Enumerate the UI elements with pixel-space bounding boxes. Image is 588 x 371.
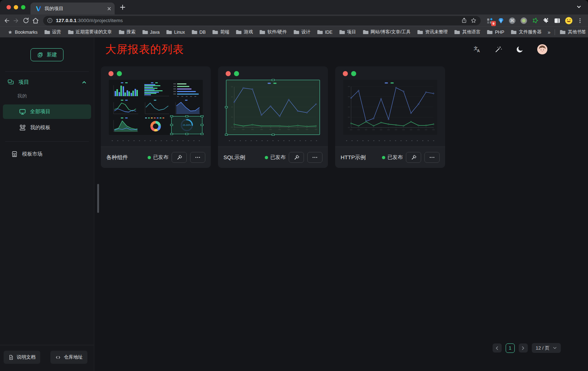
sidebar-item-all-projects[interactable]: 全部项目 bbox=[3, 104, 91, 119]
more-dots-icon bbox=[429, 154, 435, 160]
sidebar-item-my-templates[interactable]: 我的模板 bbox=[3, 120, 91, 135]
page-title: 大屏报表的列表 bbox=[105, 42, 184, 57]
bookmark-folder[interactable]: 项目 bbox=[336, 29, 359, 35]
extension-badge: 9 bbox=[491, 21, 496, 26]
selection-handle[interactable] bbox=[272, 134, 275, 136]
status-dot-icon bbox=[265, 156, 268, 159]
repository-button[interactable]: 仓库地址 bbox=[50, 351, 87, 364]
window-controls bbox=[0, 5, 30, 9]
tab-search-chevron-icon[interactable] bbox=[576, 4, 581, 9]
bookmark-folder[interactable]: 网站/博客/文章/工具 bbox=[359, 29, 414, 35]
tasks-extension-icon[interactable]: 9 bbox=[487, 17, 493, 24]
other-bookmarks-folder[interactable]: 其他书签 bbox=[556, 29, 588, 35]
bookmark-folder[interactable]: 文件服务器 bbox=[507, 29, 545, 35]
card-preview-sql-chart[interactable] bbox=[226, 80, 320, 135]
selection-handle[interactable] bbox=[185, 133, 188, 135]
page-size-select[interactable]: 12 / 页 bbox=[532, 343, 561, 353]
window-zoom-button[interactable] bbox=[21, 5, 25, 9]
selection-handle[interactable] bbox=[170, 115, 173, 117]
selection-handle[interactable] bbox=[225, 134, 228, 136]
gem-extension-icon[interactable] bbox=[498, 17, 504, 24]
mini-progress-ring-selected[interactable]: 25.00% bbox=[172, 116, 202, 134]
edit-button[interactable] bbox=[172, 152, 187, 163]
star-extension-icon[interactable] bbox=[532, 17, 539, 24]
bookmark-folder[interactable]: Java bbox=[139, 30, 163, 35]
more-button[interactable] bbox=[190, 152, 205, 163]
bookmark-folder[interactable]: 设计 bbox=[290, 29, 314, 35]
card-preview-widgets[interactable]: 25.00% bbox=[109, 80, 203, 135]
dark-mode-moon-icon[interactable] bbox=[516, 45, 524, 53]
project-card[interactable]: 25.00% 各种组件 已发布 bbox=[101, 66, 211, 168]
bookmark-folder[interactable]: PHP bbox=[484, 30, 507, 35]
hammer-icon bbox=[176, 154, 183, 161]
svg-text:A: A bbox=[477, 49, 480, 53]
selection-handle[interactable] bbox=[225, 106, 228, 108]
bookmark-folder[interactable]: 前端 bbox=[209, 29, 233, 35]
more-dots-icon bbox=[195, 154, 201, 160]
bookmark-folder[interactable]: 软件/硬件 bbox=[256, 29, 290, 35]
selection-handle[interactable] bbox=[201, 133, 203, 135]
page-info-icon[interactable] bbox=[47, 18, 53, 23]
user-avatar[interactable] bbox=[537, 44, 547, 54]
prev-page-button[interactable] bbox=[493, 343, 502, 353]
mini-line-chart bbox=[140, 99, 171, 116]
bookmark-folder[interactable]: 其他语言 bbox=[451, 29, 484, 35]
bookmark-star-icon[interactable] bbox=[470, 17, 477, 24]
next-page-button[interactable] bbox=[519, 343, 528, 353]
window-close-button[interactable] bbox=[7, 5, 11, 9]
sidebar-item-template-market[interactable]: 模板市场 bbox=[3, 147, 91, 161]
command-extension-icon[interactable]: ⌘ bbox=[509, 17, 516, 24]
address-bar[interactable]: 127.0.0.1:3000/#/project/items bbox=[43, 16, 481, 25]
card-preview-http-chart[interactable] bbox=[343, 80, 437, 135]
bookmark-folder[interactable]: Linux bbox=[163, 30, 188, 35]
share-icon[interactable] bbox=[461, 17, 467, 24]
red-dot-icon bbox=[343, 71, 348, 76]
bookmark-folder[interactable]: IDE bbox=[314, 30, 336, 35]
reload-icon[interactable] bbox=[22, 17, 29, 24]
side-panel-icon[interactable] bbox=[554, 17, 560, 24]
tab-close-icon[interactable] bbox=[107, 6, 112, 11]
profile-avatar-icon[interactable] bbox=[565, 17, 573, 25]
bookmarks-bar-right: » 其他书签 bbox=[545, 29, 588, 35]
more-button[interactable] bbox=[424, 152, 440, 163]
browser-tab[interactable]: 我的项目 bbox=[30, 3, 115, 15]
line-chart bbox=[226, 80, 320, 135]
bookmark-item-bookmarks[interactable]: Bookmarks bbox=[4, 30, 41, 35]
bookmark-folder[interactable]: 运营 bbox=[41, 29, 65, 35]
project-card[interactable]: SQL示例 已发布 bbox=[218, 66, 328, 168]
scrollbar-thumb[interactable] bbox=[97, 184, 99, 213]
header-actions: 文A bbox=[473, 44, 547, 54]
sidebar-section-project[interactable]: 项目 bbox=[0, 72, 94, 89]
bookmark-folder[interactable]: 游戏 bbox=[233, 29, 256, 35]
selection-handle[interactable] bbox=[201, 124, 203, 126]
bookmarks-overflow-chevron[interactable]: » bbox=[545, 29, 554, 35]
selection-handle[interactable] bbox=[272, 79, 275, 81]
more-dots-icon bbox=[312, 154, 318, 160]
bookmark-folder[interactable]: 搜索 bbox=[115, 29, 139, 35]
bookmark-folder[interactable]: 资讯未整理 bbox=[414, 29, 451, 35]
bookmark-folder[interactable]: DB bbox=[188, 30, 209, 35]
docs-button[interactable]: 说明文档 bbox=[4, 351, 40, 364]
edit-button[interactable] bbox=[289, 152, 304, 163]
mini-donut-chart bbox=[140, 116, 171, 134]
selection-handle[interactable] bbox=[185, 115, 188, 117]
forward-icon[interactable] bbox=[13, 17, 20, 24]
home-icon[interactable] bbox=[32, 17, 39, 24]
browser-menu-icon[interactable] bbox=[577, 18, 583, 24]
bookmark-folder[interactable]: 近期需要读的文章 bbox=[65, 29, 115, 35]
selection-handle[interactable] bbox=[170, 124, 173, 126]
new-tab-button[interactable] bbox=[120, 4, 126, 10]
recorder-extension-icon[interactable] bbox=[520, 17, 527, 24]
window-minimize-button[interactable] bbox=[14, 5, 18, 9]
selection-handle[interactable] bbox=[170, 133, 173, 135]
selection-handle[interactable] bbox=[201, 115, 203, 117]
project-card[interactable]: HTTP示例 已发布 bbox=[335, 66, 445, 168]
current-page-button[interactable]: 1 bbox=[506, 343, 515, 353]
extensions-puzzle-icon[interactable] bbox=[543, 17, 550, 24]
more-button[interactable] bbox=[307, 152, 322, 163]
new-project-button[interactable]: 新建 bbox=[30, 48, 63, 61]
language-icon[interactable]: 文A bbox=[473, 45, 481, 53]
edit-button[interactable] bbox=[406, 152, 421, 163]
back-icon[interactable] bbox=[3, 17, 10, 24]
magic-wand-icon[interactable] bbox=[494, 45, 502, 53]
